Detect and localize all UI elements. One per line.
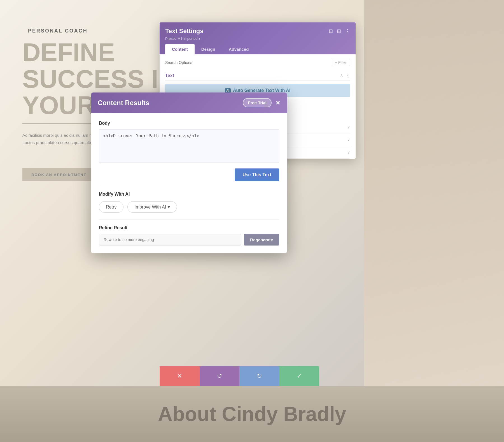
- retry-button[interactable]: Retry: [99, 201, 123, 213]
- undo-button[interactable]: ↺: [200, 366, 240, 386]
- panel-title-row: Text Settings ⊡ ⊞ ⋮: [165, 27, 350, 35]
- text-section-row: Text ∧ ⋮: [165, 71, 350, 81]
- tab-advanced[interactable]: Advanced: [222, 44, 256, 54]
- refine-label: Refine Result: [99, 225, 279, 230]
- free-trial-badge[interactable]: Free Trial: [243, 98, 272, 107]
- panel-title: Text Settings: [165, 27, 204, 35]
- chevron-down-icon-3: ∨: [347, 150, 350, 154]
- modal-title: Content Results: [98, 99, 149, 107]
- modify-buttons: Retry Improve With AI ▾: [99, 201, 279, 213]
- background-right-image: [364, 0, 504, 442]
- improve-chevron-icon: ▾: [168, 204, 170, 210]
- panel-preset[interactable]: Preset: H1 imported ▾: [165, 36, 350, 41]
- regenerate-button[interactable]: Regenerate: [244, 234, 279, 246]
- tab-design[interactable]: Design: [195, 44, 222, 54]
- about-section: About Cindy Bradly: [0, 386, 504, 442]
- chevron-down-icon-1: ∨: [347, 125, 350, 129]
- improve-with-ai-button[interactable]: Improve With AI ▾: [127, 201, 177, 213]
- confirm-button[interactable]: ✓: [279, 366, 319, 386]
- refine-divider: [99, 219, 279, 220]
- filter-button[interactable]: + Filter: [332, 59, 350, 66]
- body-section-label: Body: [99, 121, 279, 126]
- improve-label: Improve With AI: [134, 205, 166, 210]
- personal-coach-label: PERSONAL COACH: [28, 28, 88, 34]
- fullscreen-icon[interactable]: ⊡: [329, 28, 333, 34]
- modal-divider: [99, 186, 279, 186]
- headline-line2: SUCCESS IN: [22, 66, 176, 92]
- refine-row: Regenerate: [99, 234, 279, 246]
- modify-section: Modify With AI Retry Improve With AI ▾: [99, 192, 279, 213]
- book-appointment-button[interactable]: BOOK AN APPOINTMENT: [22, 168, 95, 181]
- headline-line1: DEFINE: [22, 39, 176, 66]
- modal-header: Content Results Free Trial ✕: [91, 92, 287, 113]
- chevron-down-icon-2: ∨: [347, 137, 350, 142]
- body-textarea[interactable]: <h1>Discover Your Path to Success</h1>: [99, 129, 279, 163]
- bottom-action-bar: ✕ ↺ ↻ ✓: [160, 366, 319, 386]
- use-text-button[interactable]: Use This Text: [235, 168, 279, 181]
- section-more-icon[interactable]: ⋮: [346, 73, 350, 78]
- modal-body: Body <h1>Discover Your Path to Success</…: [91, 113, 287, 253]
- tab-content[interactable]: Content: [165, 44, 195, 54]
- collapse-icon[interactable]: ∧: [340, 73, 343, 78]
- modify-label: Modify With AI: [99, 192, 279, 197]
- panel-tabs: Content Design Advanced: [165, 44, 350, 54]
- panel-header: Text Settings ⊡ ⊞ ⋮ Preset: H1 imported …: [160, 22, 356, 54]
- cancel-button[interactable]: ✕: [160, 366, 200, 386]
- panel-header-icons: ⊡ ⊞ ⋮: [329, 28, 350, 34]
- text-section-label: Text: [165, 73, 174, 78]
- search-options-row: + Filter: [165, 59, 350, 66]
- more-options-icon[interactable]: ⋮: [345, 28, 350, 34]
- modal-close-button[interactable]: ✕: [276, 99, 280, 106]
- refine-input[interactable]: [99, 234, 241, 246]
- modal-header-right: Free Trial ✕: [243, 98, 280, 107]
- ai-badge-icon: AI: [225, 88, 231, 93]
- redo-button[interactable]: ↻: [239, 366, 279, 386]
- search-options-input[interactable]: [165, 60, 332, 65]
- about-title: About Cindy Bradly: [158, 402, 346, 425]
- layout-icon[interactable]: ⊞: [337, 28, 341, 34]
- content-results-modal: Content Results Free Trial ✕ Body <h1>Di…: [91, 92, 287, 253]
- refine-section: Refine Result Regenerate: [99, 225, 279, 246]
- section-icons: ∧ ⋮: [340, 73, 350, 78]
